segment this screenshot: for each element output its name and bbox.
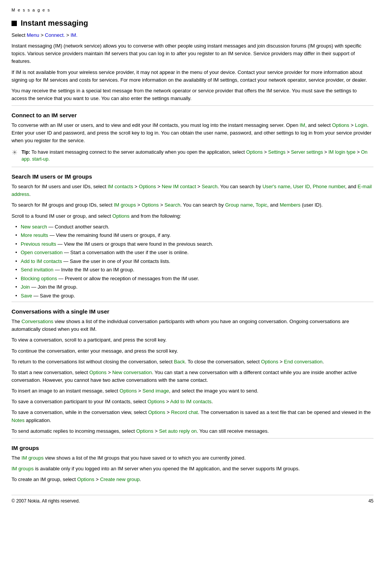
send-image-link[interactable]: Send image [142,388,169,394]
more-results-link[interactable]: More results [21,232,48,238]
conv-para-7: To save a conversation participant to yo… [12,398,373,406]
im-contacts-link[interactable]: IM contacts [108,184,133,189]
list-item: More results — View the remaining found … [15,232,373,239]
list-item: Blocking options — Prevent or allow the … [15,275,373,283]
users-name-link[interactable]: User's name [262,184,290,189]
search-para-1: To search for IM users and user IDs, sel… [12,183,373,198]
topic-link[interactable]: Topic [255,202,267,208]
tip-icon: ☀ [12,149,18,156]
section-divider-imgroups [12,438,373,439]
list-item: New search — Conduct another search. [15,223,373,231]
list-item: Add to IM contacts — Save the user in on… [15,258,373,265]
options-login-link[interactable]: Options [332,122,349,128]
previous-results-link[interactable]: Previous results [21,241,56,247]
list-item: Send invitation — Invite the IM user to … [15,266,373,274]
conv-para-6: To insert an image to an instant message… [12,387,373,395]
intro-section: Select Menu > Connect. > IM. Instant mes… [12,31,373,102]
header-label: M e s s a g e s [12,7,373,13]
menu-link[interactable]: Menu [27,32,39,38]
set-auto-reply-link[interactable]: Set auto reply on [159,428,197,434]
options-link-record[interactable]: Options [148,409,165,415]
new-conversation-link[interactable]: New conversation [112,370,152,375]
user-id-link[interactable]: User ID [293,184,310,189]
add-to-im-contacts-link[interactable]: Add to IM contacts [21,258,62,264]
conv-para-2: To view a conversation, scroll to a part… [12,336,373,344]
options-link-new-conv[interactable]: Options [89,370,107,375]
new-search-link[interactable]: New search [21,224,47,230]
conv-para-1: The Conversations view shows a list of t… [12,318,373,333]
tip-text: Tip: To have instant messaging connect t… [21,149,373,163]
blocking-options-link[interactable]: Blocking options [21,276,57,281]
conv-para-4: To return to the conversations list with… [12,358,373,366]
connect-para-1: To converse with an IM user or users, an… [12,122,373,145]
im-groups-link[interactable]: IM groups [114,202,136,208]
search-para-2: To search for IM groups and group IDs, s… [12,201,373,209]
intro-para-3: If IM is not available from your wireles… [12,69,373,84]
end-conversation-link[interactable]: End conversation [284,359,322,365]
conversations-link[interactable]: Conversations [21,319,53,324]
section-search: Search IM users or IM groups To search f… [12,167,373,299]
section-divider-search [12,167,373,167]
section-divider-connect [12,105,373,106]
add-im-contacts-link[interactable]: Add to IM contacts [170,399,212,404]
conv-para-9: To send automatic replies to incoming me… [12,427,373,435]
im-groups-view-link[interactable]: IM groups [21,455,44,461]
list-item: Open conversation — Start a conversation… [15,249,373,256]
page-header: M e s s a g e s [12,7,373,13]
tip-label: Tip: [21,149,30,155]
im-groups-para-1: The IM groups view shows a list of the I… [12,454,373,462]
notes-link[interactable]: Notes [12,417,25,423]
join-link[interactable]: Join [21,284,30,290]
options-link-add[interactable]: Options [148,399,165,404]
group-name-link[interactable]: Group name [225,202,253,208]
options-link-send-img[interactable]: Options [120,388,137,394]
options-link-search[interactable]: Options [139,184,156,189]
im-link-2[interactable]: IM [299,122,305,128]
back-link[interactable]: Back [174,359,185,365]
connect-link[interactable]: Connect. [45,32,65,38]
new-im-contact-link[interactable]: New IM contact [162,184,196,189]
search-link[interactable]: Search [202,184,217,189]
login-link[interactable]: Login [355,122,367,128]
connect-title: Connect to an IM server [12,112,373,118]
search-options-list: New search — Conduct another search. Mor… [15,223,373,300]
intro-para-1: Select Menu > Connect. > IM. [12,31,373,39]
phone-number-link[interactable]: Phone number [313,184,345,189]
section-connect: Connect to an IM server To converse with… [12,105,373,163]
im-groups-para-3: To create an IM group, select Options > … [12,476,373,483]
search-title: Search IM users or IM groups [12,173,373,180]
intro-p1-text1: Select [12,32,27,38]
section-conversations: Conversations with a single IM user The … [12,302,373,435]
tip-options-link[interactable]: Options [246,149,263,155]
options-link-scroll[interactable]: Options [112,213,130,219]
conv-para-5: To start a new conversation, select Opti… [12,369,373,384]
save-link[interactable]: Save [21,293,32,299]
conv-title: Conversations with a single IM user [12,308,373,315]
conv-para-3: To continue the conversation, enter your… [12,347,373,355]
tip-server-settings-link[interactable]: Server settings [291,149,323,155]
section-square-icon [12,21,17,26]
im-groups-avail-link[interactable]: IM groups [12,466,34,471]
options-link-groups[interactable]: Options [141,202,159,208]
copyright: © 2007 Nokia. All rights reserved. [12,498,80,504]
options-link-auto[interactable]: Options [136,428,153,434]
tip-settings-link[interactable]: Settings [268,149,285,155]
record-chat-link[interactable]: Record chat [171,409,198,415]
send-invitation-link[interactable]: Send invitation [21,267,53,273]
main-title-section: Instant messaging [12,19,373,28]
tip-im-login-type-link[interactable]: IM login type [328,149,355,155]
section-im-groups: IM groups The IM groups view shows a lis… [12,438,373,483]
options-link-create[interactable]: Options [77,476,94,482]
options-link-conv[interactable]: Options [261,359,278,365]
section-divider-conv [12,302,373,302]
im-link[interactable]: IM. [71,32,77,38]
list-item: Previous results — View the IM users or … [15,240,373,248]
main-title: Instant messaging [21,19,88,28]
search-link-2[interactable]: Search [165,202,180,208]
tip-box: ☀ Tip: To have instant messaging connect… [12,149,373,163]
page-number: 45 [369,498,373,504]
conv-para-8: To save a conversation, while in the con… [12,409,373,424]
open-conversation-link[interactable]: Open conversation [21,250,63,255]
create-new-group-link[interactable]: Create new group [100,476,140,482]
members-link[interactable]: Members [280,202,300,208]
